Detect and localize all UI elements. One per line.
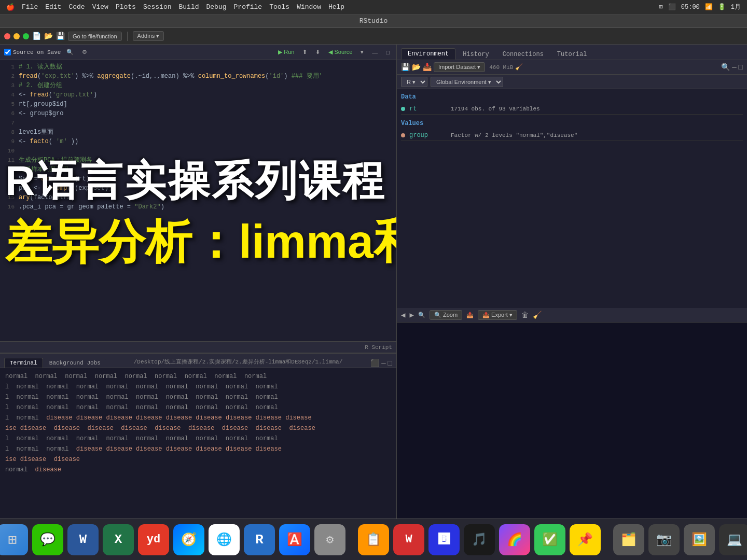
maximize-panel-btn[interactable]: □ — [383, 48, 392, 57]
console-win-controls: ⬛ — □ — [370, 359, 392, 368]
apple-menu[interactable]: 🍎 — [6, 3, 15, 11]
menu-build[interactable]: Build — [179, 3, 199, 11]
dock-terminal[interactable]: 💻 — [719, 524, 747, 555]
dock-music[interactable]: 🎵 — [464, 524, 495, 555]
dock-r[interactable]: R — [244, 524, 275, 555]
close-button[interactable] — [4, 33, 10, 39]
settings-btn[interactable]: ⚙ — [79, 48, 90, 57]
search-btn[interactable]: 🔍 — [64, 48, 76, 57]
load-env-icon[interactable]: 📂 — [412, 63, 421, 72]
global-env-select[interactable]: Global Environment ▾ — [431, 77, 503, 87]
goto-file-button[interactable]: Go to file/function — [68, 32, 122, 41]
import-icon[interactable]: 📥 — [423, 63, 432, 72]
export-button[interactable]: 📤 Export ▾ — [478, 310, 517, 320]
next-chunk-btn[interactable]: ⬇ — [313, 48, 323, 57]
source-button[interactable]: ◀ Source — [326, 48, 355, 57]
background-jobs-tab[interactable]: Background Jobs — [44, 358, 106, 368]
console-minimize-btn[interactable]: — — [381, 359, 385, 368]
dock-launchpad[interactable]: ⊞ — [0, 524, 28, 555]
tab-environment[interactable]: Environment — [401, 48, 455, 60]
dock-word[interactable]: W — [67, 524, 99, 555]
tab-connections[interactable]: Connections — [496, 49, 550, 60]
env-row-group[interactable]: group Factor w/ 2 levels "normal","disea… — [401, 130, 743, 141]
code-line: 16 .pca_i pca = gr geom palette = "Dark2… — [0, 202, 396, 212]
source-on-save-checkbox[interactable] — [4, 49, 11, 55]
source-arrow-btn[interactable]: ▾ — [358, 48, 366, 57]
menu-plots[interactable]: Plots — [116, 3, 136, 11]
open-icon[interactable]: 📂 — [44, 32, 53, 40]
console-maximize-btn[interactable]: □ — [388, 359, 392, 368]
menu-view[interactable]: View — [92, 3, 108, 11]
menu-profile[interactable]: Profile — [234, 3, 262, 11]
menu-session[interactable]: Session — [143, 3, 172, 11]
plots-nav-prev[interactable]: ◀ — [401, 311, 405, 319]
tab-history[interactable]: History — [457, 49, 495, 60]
prev-chunk-btn[interactable]: ⬆ — [300, 48, 310, 57]
editor-content[interactable]: 1 # 1. 读入数据 2 fread('exp.txt') %>% aggre… — [0, 60, 396, 341]
env-panel-tabs: Environment History Connections Tutorial — [397, 45, 747, 60]
addins-button[interactable]: Addins ▾ — [133, 31, 164, 41]
minimize-button[interactable] — [13, 33, 20, 39]
menu-file[interactable]: File — [22, 3, 38, 11]
tab-tutorial[interactable]: Tutorial — [551, 49, 593, 60]
env-maximize-btn[interactable]: □ — [739, 63, 743, 72]
console-section: Terminal Background Jobs /Desktop/线上直播课程… — [0, 353, 396, 519]
dock-youdao[interactable]: yd — [138, 524, 169, 555]
menu-tools[interactable]: Tools — [269, 3, 289, 11]
menu-edit[interactable]: Edit — [45, 3, 61, 11]
dock-wps[interactable]: W — [393, 524, 424, 555]
delete-plot-icon[interactable]: 🗑 — [521, 311, 529, 319]
dock-freeform[interactable]: 📋 — [358, 524, 389, 555]
menu-window[interactable]: Window — [297, 3, 321, 11]
plots-nav-next[interactable]: ▶ — [409, 311, 413, 319]
dock-chrome[interactable]: 🌐 — [209, 524, 240, 555]
menu-debug[interactable]: Debug — [206, 3, 227, 11]
dock-wechat[interactable]: 💬 — [32, 524, 63, 555]
code-line: 6 <- group$gro — [0, 109, 396, 118]
zoom-button[interactable]: 🔍 Zoom — [430, 310, 462, 320]
save-env-icon[interactable]: 💾 — [401, 63, 410, 72]
maximize-button[interactable] — [23, 33, 29, 39]
dock-finder[interactable]: 🗂️ — [613, 524, 644, 555]
menu-help[interactable]: Help — [328, 3, 344, 11]
console-tabs-left: Terminal Background Jobs — [4, 358, 106, 368]
dock-baidu[interactable]: 🅱 — [428, 524, 460, 555]
console-line-2: l normal normal normal normal normal nor… — [5, 382, 391, 392]
rt-dot — [401, 107, 405, 111]
search-env-icon[interactable]: 🔍 — [721, 63, 730, 72]
env-minimize-btn[interactable]: — — [732, 63, 736, 72]
r-env-select[interactable]: R ▾ — [401, 77, 427, 87]
console-line-5: l normal disease disease disease disease… — [5, 413, 391, 423]
dock-settings[interactable]: ⚙️ — [314, 524, 345, 555]
console-output[interactable]: normal normal normal normal normal norma… — [0, 368, 396, 519]
terminal-tab[interactable]: Terminal — [4, 358, 43, 368]
save-icon[interactable]: 💾 — [56, 32, 65, 40]
dock-arc[interactable]: 🌈 — [499, 524, 530, 555]
dock-appstore[interactable]: 🅰️ — [279, 524, 310, 555]
delete-all-icon[interactable]: 🧹 — [533, 311, 542, 319]
code-line: 4 <- fread('group.txt') — [0, 90, 396, 100]
new-file-icon[interactable]: 📄 — [32, 32, 41, 40]
dock-excel[interactable]: X — [103, 524, 134, 555]
dock-preview[interactable]: 🖼️ — [684, 524, 715, 555]
dock-safari[interactable]: 🧭 — [173, 524, 204, 555]
code-line: 15 ary(factoextra) — [0, 193, 396, 202]
terminal-expand-icon[interactable]: ⬛ — [370, 359, 379, 368]
code-line: 9 <- facto( 'm' )) — [0, 137, 396, 146]
menu-code[interactable]: Code — [68, 3, 85, 11]
toolbar-sep — [127, 32, 128, 41]
dock-checklist[interactable]: ✅ — [534, 524, 565, 555]
menubar-items: 🍎 File Edit Code View Plots Session Buil… — [6, 3, 344, 11]
env-row-rt[interactable]: rt 17194 obs. of 93 variables — [401, 104, 743, 115]
dock-miro[interactable]: 📌 — [570, 524, 601, 555]
code-line: 12 行是样本列是基因 — [0, 165, 396, 174]
dock-photos[interactable]: 📷 — [648, 524, 680, 555]
run-button[interactable]: ▶ Run — [275, 48, 297, 57]
import-dataset-button[interactable]: Import Dataset ▾ — [434, 62, 485, 72]
editor-status: R Script — [0, 341, 396, 353]
minimize-panel-btn[interactable]: — — [369, 48, 380, 57]
memory-icon: 🧹 — [515, 63, 523, 71]
control-center-icon[interactable]: ⊞ — [659, 3, 663, 11]
code-line: 14 pca <- prcomp(t(exprSet)) — [0, 184, 396, 193]
youdao-icon: yd — [147, 533, 160, 546]
